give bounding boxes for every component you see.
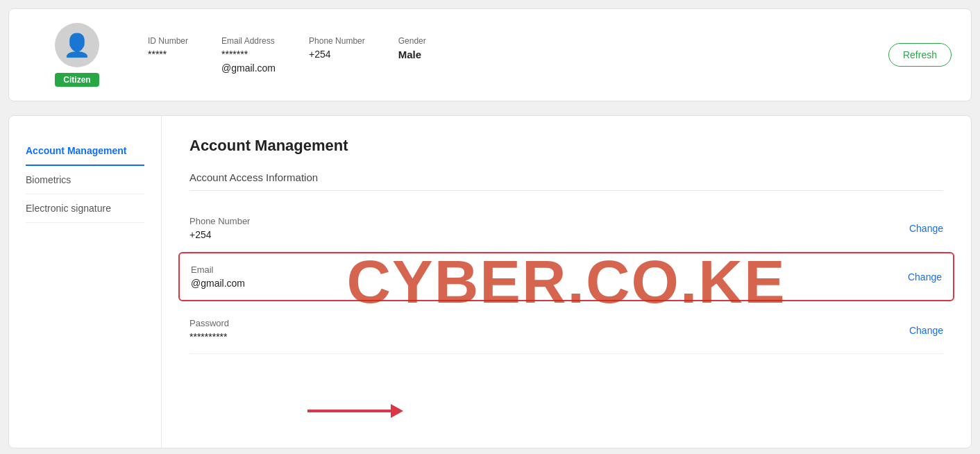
profile-info-grid: ID Number ***** Email Address ******* @g… bbox=[148, 36, 866, 74]
page-wrapper: 👤 Citizen ID Number ***** Email Address … bbox=[0, 0, 980, 454]
avatar: 👤 bbox=[55, 23, 99, 67]
password-row: Password ********** Change bbox=[189, 307, 943, 354]
refresh-button[interactable]: Refresh bbox=[888, 43, 952, 67]
phone-number-value: +254 bbox=[309, 49, 365, 60]
id-number-label: ID Number bbox=[148, 36, 188, 46]
gender-label: Gender bbox=[398, 36, 426, 46]
id-number-value: ***** bbox=[148, 49, 188, 60]
sidebar-item-electronic-signature[interactable]: Electronic signature bbox=[26, 194, 144, 223]
email-domain-value: @gmail.com bbox=[221, 62, 276, 74]
password-row-value: ********** bbox=[189, 331, 229, 342]
email-info: Email Address ******* @gmail.com bbox=[221, 36, 276, 74]
email-masked-value: ******* bbox=[221, 49, 276, 60]
phone-number-label: Phone Number bbox=[309, 36, 365, 46]
main-content-area: Account Management Biometrics Electronic… bbox=[8, 115, 972, 448]
profile-avatar-area: 👤 Citizen bbox=[28, 23, 126, 87]
sidebar-item-account-management[interactable]: Account Management bbox=[26, 137, 144, 166]
password-change-link[interactable]: Change bbox=[909, 325, 943, 336]
avatar-icon: 👤 bbox=[63, 32, 91, 58]
arrow-indicator bbox=[307, 404, 403, 418]
phone-row-value: +254 bbox=[189, 229, 250, 240]
sidebar-nav: Account Management Biometrics Electronic… bbox=[9, 116, 162, 448]
citizen-badge: Citizen bbox=[55, 73, 99, 87]
arrow-shaft bbox=[307, 410, 391, 412]
page-title: Account Management bbox=[189, 137, 943, 155]
arrow-head bbox=[391, 404, 403, 418]
email-address-label: Email Address bbox=[221, 36, 276, 46]
id-number-info: ID Number ***** bbox=[148, 36, 188, 74]
phone-row-label: Phone Number bbox=[189, 216, 250, 226]
profile-card: 👤 Citizen ID Number ***** Email Address … bbox=[8, 8, 972, 101]
section-subtitle: Account Access Information bbox=[189, 171, 943, 191]
password-row-left: Password ********** bbox=[189, 318, 229, 342]
email-row-value: @gmail.com bbox=[191, 278, 245, 289]
phone-info: Phone Number +254 bbox=[309, 36, 365, 74]
page-content: Account Management Account Access Inform… bbox=[162, 116, 971, 448]
email-row-left: Email @gmail.com bbox=[191, 264, 245, 289]
password-row-label: Password bbox=[189, 318, 229, 328]
phone-row: Phone Number +254 Change bbox=[189, 205, 943, 252]
gender-value: Male bbox=[398, 49, 426, 60]
phone-row-left: Phone Number +254 bbox=[189, 216, 250, 240]
email-row: Email @gmail.com Change bbox=[178, 252, 954, 301]
gender-info: Gender Male bbox=[398, 36, 426, 74]
sidebar-item-biometrics[interactable]: Biometrics bbox=[26, 166, 144, 194]
email-row-label: Email bbox=[191, 264, 245, 275]
phone-change-link[interactable]: Change bbox=[909, 223, 943, 234]
email-change-link[interactable]: Change bbox=[908, 271, 942, 283]
